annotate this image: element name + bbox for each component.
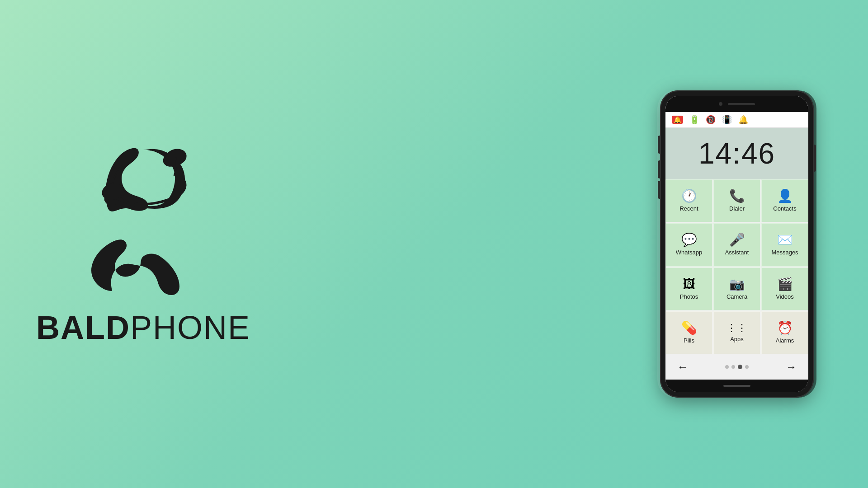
app-messages[interactable]: ✉️ Messages [761, 223, 808, 266]
speaker-bar [728, 103, 755, 105]
clock-display: 14:46 [665, 128, 808, 179]
dialer-icon: 📞 [729, 190, 745, 202]
assistant-label: Assistant [725, 249, 749, 256]
alarms-icon: ⏰ [777, 322, 793, 334]
phone-mockup: 🔔 🔋 📵 📳 🔔 14:46 🕐 Recent 📞 Dialer [660, 90, 814, 398]
phone-device: 🔔 🔋 📵 📳 🔔 14:46 🕐 Recent 📞 Dialer [660, 90, 814, 398]
handset-logo-icon [85, 223, 202, 300]
app-apps[interactable]: ⋮⋮ Apps [713, 311, 760, 354]
messages-icon: ✉️ [777, 234, 793, 246]
app-contacts[interactable]: 👤 Contacts [761, 179, 808, 222]
nav-dot-1 [725, 365, 729, 369]
home-indicator [723, 385, 750, 387]
whatsapp-icon: 💬 [681, 234, 697, 246]
app-whatsapp[interactable]: 💬 Whatsapp [665, 223, 712, 266]
camera-icon: 📷 [729, 278, 745, 291]
status-bar: 🔔 🔋 📵 📳 🔔 [665, 112, 808, 128]
messages-label: Messages [771, 249, 798, 256]
vibrate-icon: 📳 [722, 116, 732, 124]
clock-time: 14:46 [675, 137, 799, 170]
app-pills[interactable]: 💊 Pills [665, 311, 712, 354]
forward-arrow[interactable]: → [778, 359, 804, 375]
dialer-label: Dialer [729, 205, 745, 212]
photos-icon: 🖼 [683, 278, 695, 291]
recent-icon: 🕐 [681, 190, 697, 202]
recent-label: Recent [679, 205, 698, 212]
contacts-icon: 👤 [777, 190, 793, 202]
nav-dot-3-active [738, 365, 742, 369]
brand-name: BALDPHONE [36, 309, 250, 346]
battery-icon: 🔋 [689, 116, 699, 124]
pills-icon: 💊 [681, 322, 697, 334]
apps-label: Apps [730, 336, 744, 343]
assistant-icon: 🎤 [729, 234, 745, 246]
contacts-label: Contacts [773, 205, 796, 212]
app-photos[interactable]: 🖼 Photos [665, 267, 712, 310]
phone-bottom-bar [665, 380, 808, 392]
phone-screen: 🔔 🔋 📵 📳 🔔 14:46 🕐 Recent 📞 Dialer [665, 96, 808, 392]
phone-nav: ← → [665, 354, 808, 380]
app-recent[interactable]: 🕐 Recent [665, 179, 712, 222]
app-dialer[interactable]: 📞 Dialer [713, 179, 760, 222]
app-camera[interactable]: 📷 Camera [713, 267, 760, 310]
camera-dot [719, 102, 722, 106]
app-assistant[interactable]: 🎤 Assistant [713, 223, 760, 266]
bell-icon: 🔔 [738, 116, 748, 124]
alarms-label: Alarms [776, 337, 794, 344]
logo-section: BALDPHONE [36, 142, 250, 346]
no-signal-icon: 📵 [706, 116, 716, 124]
app-alarms[interactable]: ⏰ Alarms [761, 311, 808, 354]
photos-label: Photos [680, 293, 698, 300]
phone-top-bar [665, 96, 808, 112]
phone-handset-icon [89, 142, 198, 214]
apps-grid-icon: ⋮⋮ [726, 323, 747, 333]
back-arrow[interactable]: ← [670, 359, 695, 375]
brand-bold: BALD [36, 310, 130, 346]
brand-light: PHONE [130, 310, 250, 346]
nav-dots [725, 365, 749, 369]
videos-icon: 🎬 [777, 278, 793, 291]
videos-label: Videos [776, 293, 794, 300]
app-grid: 🕐 Recent 📞 Dialer 👤 Contacts 💬 Whatsapp [665, 179, 808, 354]
camera-label: Camera [726, 293, 747, 300]
nav-dot-2 [731, 365, 735, 369]
app-videos[interactable]: 🎬 Videos [761, 267, 808, 310]
pills-label: Pills [684, 337, 694, 344]
nav-dot-4 [745, 365, 749, 369]
alert-icon: 🔔 [672, 116, 683, 124]
whatsapp-label: Whatsapp [676, 249, 703, 256]
